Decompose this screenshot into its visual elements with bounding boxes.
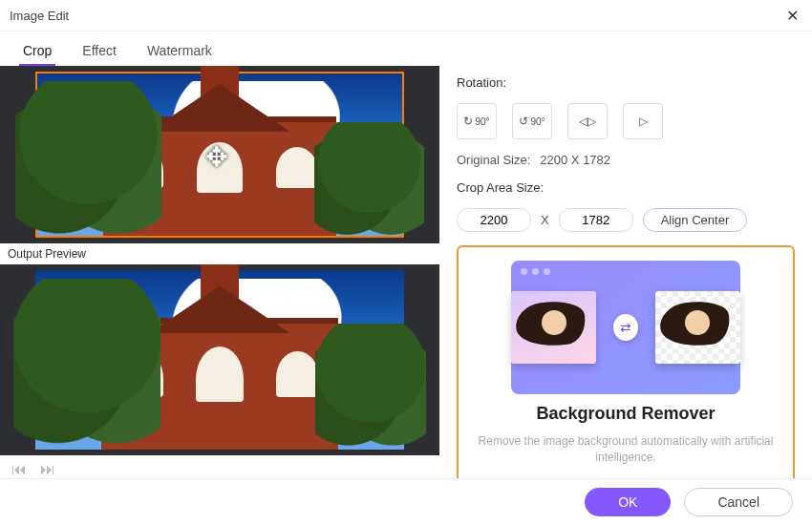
- background-remover-promo[interactable]: ⇄ Background Remover Remove the image ba…: [457, 245, 795, 484]
- crop-preview[interactable]: ✥: [0, 66, 439, 243]
- rotate-cw-icon: ↻: [463, 115, 473, 128]
- tab-effect[interactable]: Effect: [78, 37, 120, 66]
- promo-title: Background Remover: [536, 404, 715, 424]
- next-image-icon[interactable]: ⏭: [40, 461, 55, 478]
- body: ✥ Output Preview ⏮ ⏭ Rotation: ↻90° ↺90°…: [0, 66, 812, 484]
- promo-subtitle: Remove the image background automaticall…: [470, 433, 781, 466]
- original-size-label: Original Size:: [457, 153, 530, 167]
- crop-height-input[interactable]: [559, 208, 633, 232]
- swap-icon: ⇄: [613, 314, 638, 341]
- promo-thumb-before: [511, 291, 596, 364]
- rotation-row: ↻90° ↺90° ◁▷ ▷: [457, 103, 795, 139]
- window-title: Image Edit: [10, 9, 69, 23]
- output-preview-label: Output Preview: [0, 243, 439, 264]
- rotate-ccw-icon: ↺: [519, 115, 528, 128]
- footer: OK Cancel: [0, 478, 812, 525]
- original-size-value: 2200 X 1782: [540, 153, 610, 167]
- rotate-ccw-button[interactable]: ↺90°: [512, 103, 552, 139]
- promo-illustration: ⇄: [511, 261, 740, 394]
- flip-horizontal-icon: ◁▷: [579, 115, 596, 128]
- tabs: Crop Effect Watermark: [0, 32, 812, 66]
- tab-watermark[interactable]: Watermark: [143, 37, 216, 66]
- cancel-button[interactable]: Cancel: [684, 488, 793, 516]
- crop-width-input[interactable]: [457, 208, 531, 232]
- crop-x-sep: X: [541, 213, 549, 227]
- left-panel: ✥ Output Preview ⏮ ⏭: [0, 66, 439, 484]
- promo-thumb-after: [655, 291, 740, 364]
- output-preview: [0, 264, 439, 455]
- flip-vertical-icon: ▷: [639, 115, 648, 128]
- original-size-row: Original Size: 2200 X 1782: [457, 153, 795, 167]
- flip-vertical-button[interactable]: ▷: [623, 103, 663, 139]
- crop-area-label: Crop Area Size:: [457, 180, 795, 195]
- flip-horizontal-button[interactable]: ◁▷: [567, 103, 608, 139]
- tab-crop[interactable]: Crop: [19, 37, 55, 66]
- close-icon[interactable]: ✕: [782, 3, 802, 29]
- ok-button[interactable]: OK: [585, 488, 671, 516]
- rotation-label: Rotation:: [457, 75, 795, 90]
- prev-image-icon[interactable]: ⏮: [11, 461, 27, 478]
- align-center-button[interactable]: Align Center: [643, 208, 748, 232]
- right-panel: Rotation: ↻90° ↺90° ◁▷ ▷ Original Size: …: [439, 66, 812, 484]
- crop-frame[interactable]: ✥: [35, 72, 404, 239]
- title-bar: Image Edit ✕: [0, 0, 812, 32]
- crop-area-row: X Align Center: [457, 208, 795, 232]
- move-icon: ✥: [205, 141, 227, 173]
- rotate-cw-button[interactable]: ↻90°: [457, 103, 497, 139]
